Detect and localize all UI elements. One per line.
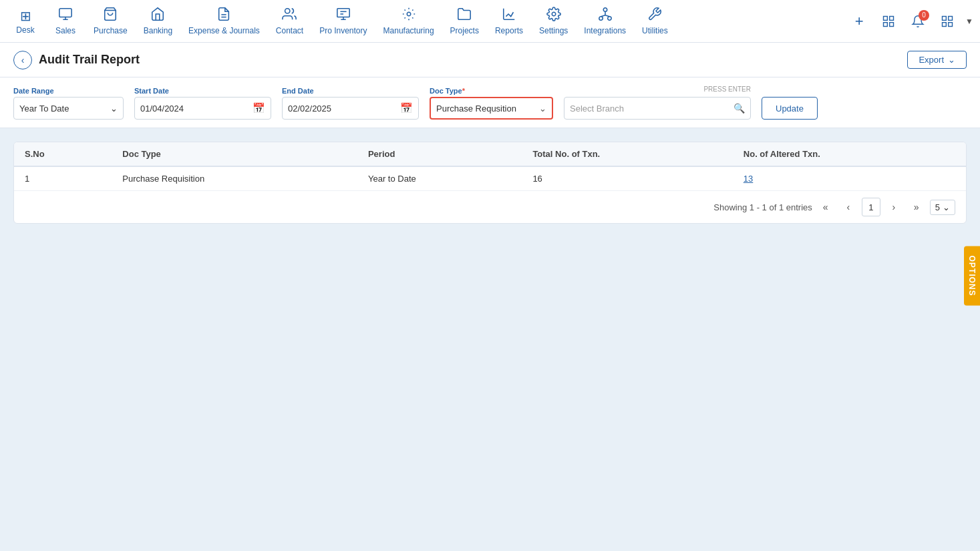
nav-label-sales: Sales xyxy=(55,26,75,35)
nav-item-sales[interactable]: Sales xyxy=(47,1,84,41)
manufacturing-icon xyxy=(401,7,416,25)
branch-select[interactable]: Select Branch 🔍 xyxy=(564,97,751,120)
nav-dropdown-arrow[interactable]: ▼ xyxy=(965,17,973,26)
svg-rect-22 xyxy=(949,22,953,26)
doc-type-label: Doc Type* xyxy=(430,87,553,95)
nav-item-purchase[interactable]: Purchase xyxy=(87,1,134,41)
nav-item-contact[interactable]: Contact xyxy=(269,1,310,41)
page-size-selector[interactable]: 5 ⌄ xyxy=(930,200,955,215)
reports-icon xyxy=(502,7,516,25)
svg-point-11 xyxy=(599,17,603,20)
options-tab[interactable]: OPTIONS xyxy=(964,246,980,305)
filter-bar: Date Range Year To Date ⌄ Start Date 01/… xyxy=(0,77,980,128)
page-size-value: 5 xyxy=(935,202,940,212)
svg-rect-18 xyxy=(890,22,894,26)
branch-placeholder: Select Branch xyxy=(570,104,733,114)
banking-icon xyxy=(150,7,165,25)
svg-point-8 xyxy=(407,12,411,16)
svg-point-10 xyxy=(603,8,607,12)
end-date-label: End Date xyxy=(282,87,419,95)
page-size-chevron-icon: ⌄ xyxy=(943,202,950,212)
date-range-select[interactable]: Year To Date ⌄ xyxy=(13,97,124,120)
branch-search-icon[interactable]: 🔍 xyxy=(733,103,745,114)
page-header: ‹ Audit Trail Report Export ⌄ xyxy=(0,43,980,77)
doc-type-field: Doc Type* Purchase Requsition ⌄ xyxy=(430,87,553,120)
showing-text: Showing 1 - 1 of 1 entries xyxy=(713,202,812,212)
col-header-doc-type: Doc Type xyxy=(112,142,357,166)
nav-label-settings: Settings xyxy=(539,26,568,35)
end-date-calendar-icon[interactable]: 📅 xyxy=(400,102,413,114)
page-number: 1 xyxy=(862,198,880,216)
nav-item-reports[interactable]: Reports xyxy=(488,1,530,41)
svg-rect-5 xyxy=(337,9,349,17)
nav-label-desk: Desk xyxy=(16,25,34,35)
nav-item-pro-inventory[interactable]: Pro Inventory xyxy=(313,1,373,41)
doc-type-required: * xyxy=(462,87,465,95)
table-row: 1 Purchase Requisition Year to Date 16 1… xyxy=(14,166,966,191)
export-chevron-icon: ⌄ xyxy=(948,55,955,65)
settings-icon xyxy=(546,7,561,25)
purchase-icon xyxy=(103,7,118,25)
page-next-button[interactable]: › xyxy=(884,198,903,216)
nav-item-expense-journals[interactable]: Expense & Journals xyxy=(182,1,267,41)
start-date-input-wrap: 01/04/2024 📅 xyxy=(134,97,271,120)
date-range-value: Year To Date xyxy=(19,104,110,114)
contact-icon xyxy=(282,7,297,25)
nav-item-manufacturing[interactable]: Manufacturing xyxy=(377,1,441,41)
dashboard-button[interactable] xyxy=(877,10,900,33)
projects-icon xyxy=(457,7,472,25)
start-date-label: Start Date xyxy=(134,87,271,95)
end-date-field: End Date 02/02/2025 📅 xyxy=(282,87,419,120)
col-header-total-txn: Total No. of Txn. xyxy=(522,142,732,166)
nav-item-settings[interactable]: Settings xyxy=(532,1,575,41)
svg-rect-21 xyxy=(949,16,953,20)
doc-type-select[interactable]: Purchase Requsition ⌄ xyxy=(430,97,553,120)
col-header-altered-txn: No. of Altered Txn. xyxy=(733,142,966,166)
expense-journals-icon xyxy=(216,7,231,25)
svg-point-4 xyxy=(285,9,290,13)
nav-label-integrations: Integrations xyxy=(584,26,626,35)
date-range-label: Date Range xyxy=(13,87,124,95)
export-button[interactable]: Export ⌄ xyxy=(907,51,967,69)
content-area: S.No Doc Type Period Total No. of Txn. N… xyxy=(0,128,980,237)
end-date-input[interactable]: 02/02/2025 xyxy=(288,104,400,114)
nav-item-projects[interactable]: Projects xyxy=(444,1,486,41)
nav-item-integrations[interactable]: Integrations xyxy=(577,1,633,41)
svg-rect-23 xyxy=(943,22,947,26)
end-date-input-wrap: 02/02/2025 📅 xyxy=(282,97,419,120)
svg-line-15 xyxy=(605,15,609,17)
nav-label-pro-inventory: Pro Inventory xyxy=(319,26,367,35)
page-first-button[interactable]: « xyxy=(816,198,835,216)
start-date-input[interactable]: 01/04/2024 xyxy=(140,104,253,114)
update-field: Update xyxy=(762,97,818,120)
table-header-row: S.No Doc Type Period Total No. of Txn. N… xyxy=(14,142,966,166)
svg-rect-0 xyxy=(59,9,71,17)
table-card: S.No Doc Type Period Total No. of Txn. N… xyxy=(13,142,967,224)
nav-label-utilities: Utilities xyxy=(642,26,668,35)
add-button[interactable]: + xyxy=(848,10,870,33)
cell-total-txn: 16 xyxy=(522,166,732,191)
svg-rect-17 xyxy=(890,16,894,20)
page-title: Audit Trail Report xyxy=(39,53,140,67)
back-button[interactable]: ‹ xyxy=(13,51,32,69)
sales-icon xyxy=(58,7,73,25)
nav-label-banking: Banking xyxy=(144,26,172,35)
start-date-calendar-icon[interactable]: 📅 xyxy=(253,102,265,114)
svg-rect-16 xyxy=(884,16,888,20)
nav-label-expense-journals: Expense & Journals xyxy=(188,26,260,35)
nav-item-desk[interactable]: ⊞ Desk xyxy=(7,3,44,40)
nav-item-banking[interactable]: Banking xyxy=(137,1,179,41)
col-header-sno: S.No xyxy=(14,142,112,166)
svg-point-12 xyxy=(607,17,611,20)
cell-altered-txn[interactable]: 13 xyxy=(733,166,966,191)
notification-button[interactable]: 0 xyxy=(907,10,929,33)
page-last-button[interactable]: » xyxy=(907,198,926,216)
nav-item-utilities[interactable]: Utilities xyxy=(635,1,675,41)
col-header-period: Period xyxy=(357,142,522,166)
cell-doc-type: Purchase Requisition xyxy=(112,166,357,191)
export-label: Export xyxy=(919,55,944,65)
update-button[interactable]: Update xyxy=(762,97,818,120)
audit-trail-table: S.No Doc Type Period Total No. of Txn. N… xyxy=(14,142,966,191)
page-prev-button[interactable]: ‹ xyxy=(839,198,858,216)
grid-menu-button[interactable] xyxy=(936,10,959,33)
